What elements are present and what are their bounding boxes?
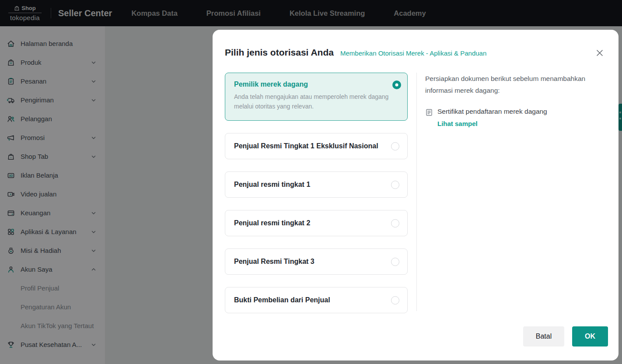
option-penjual-resmi-tingkat-1[interactable]: Penjual resmi tingkat 1 bbox=[225, 172, 408, 198]
authorization-type-modal: Pilih jenis otorisasi Anda Memberikan Ot… bbox=[213, 30, 619, 360]
documents-intro-text: Persiapkan dokumen berikut sebelum menam… bbox=[425, 73, 600, 96]
radio-unselected[interactable] bbox=[391, 142, 399, 150]
radio-selected[interactable] bbox=[392, 80, 401, 89]
modal-title: Pilih jenis otorisasi Anda bbox=[225, 47, 334, 58]
close-icon[interactable] bbox=[596, 49, 605, 58]
document-item: Sertifikat pendaftaran merek dagang bbox=[425, 108, 600, 116]
option-label: Penjual resmi tingkat 1 bbox=[234, 181, 391, 189]
option-penjual-resmi-tingkat-2[interactable]: Penjual resmi tingkat 2 bbox=[225, 210, 408, 236]
radio-unselected[interactable] bbox=[391, 258, 399, 266]
option-label: Pemilik merek dagang bbox=[234, 80, 392, 88]
vertical-divider bbox=[416, 73, 417, 311]
radio-unselected[interactable] bbox=[391, 181, 399, 189]
view-sample-link[interactable]: Lihat sampel bbox=[437, 120, 600, 127]
cancel-button[interactable]: Batal bbox=[523, 326, 564, 346]
option-penjual-resmi-tingkat-3[interactable]: Penjual Resmi Tingkat 3 bbox=[225, 248, 408, 275]
option-label: Bukti Pembelian dari Penjual bbox=[234, 296, 391, 304]
document-name: Sertifikat pendaftaran merek dagang bbox=[437, 108, 547, 116]
required-documents-panel: Persiapkan dokumen berikut sebelum menam… bbox=[425, 73, 600, 127]
radio-unselected[interactable] bbox=[391, 296, 399, 304]
brand-authorization-guide-link[interactable]: Memberikan Otorisasi Merek - Aplikasi & … bbox=[340, 49, 486, 57]
option-pemilik-merek-dagang[interactable]: Pemilik merek dagang Anda telah mengajuk… bbox=[225, 73, 408, 121]
option-label: Penjual Resmi Tingkat 1 Eksklusif Nasion… bbox=[234, 142, 391, 150]
authorization-options-list: Pemilik merek dagang Anda telah mengajuk… bbox=[225, 73, 408, 326]
document-icon bbox=[425, 108, 433, 116]
option-label: Penjual Resmi Tingkat 3 bbox=[234, 258, 391, 266]
radio-unselected[interactable] bbox=[391, 219, 399, 228]
ok-button[interactable]: OK bbox=[572, 326, 608, 346]
option-bukti-pembelian-dari-penjual[interactable]: Bukti Pembelian dari Penjual bbox=[225, 287, 408, 313]
option-penjual-resmi-tingkat-1-eksklusif-nasional[interactable]: Penjual Resmi Tingkat 1 Eksklusif Nasion… bbox=[225, 133, 408, 159]
option-description: Anda telah mengajukan atau memperoleh me… bbox=[234, 92, 392, 111]
option-label: Penjual resmi tingkat 2 bbox=[234, 219, 391, 227]
